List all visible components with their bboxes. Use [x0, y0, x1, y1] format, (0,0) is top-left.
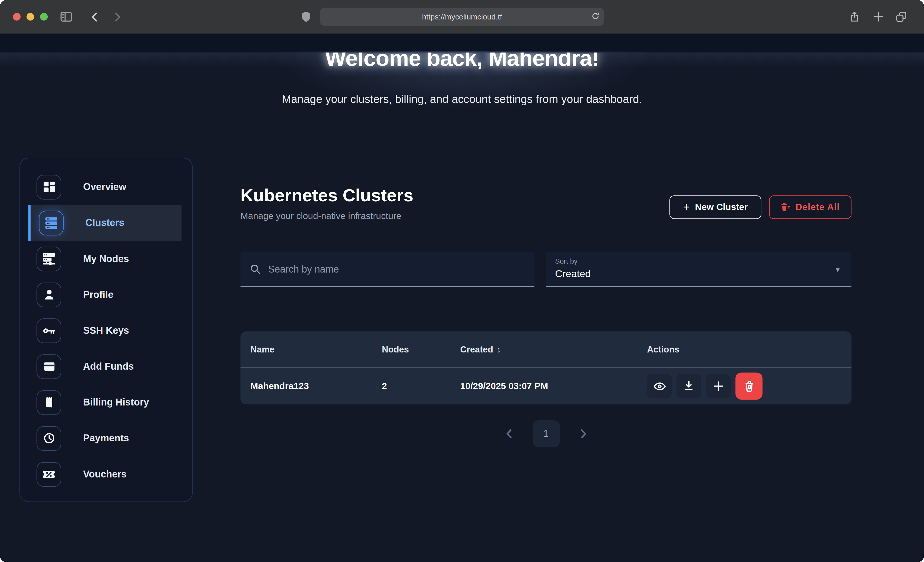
search-icon — [250, 263, 261, 275]
new-cluster-label: New Cluster — [695, 202, 748, 212]
page-number-button[interactable]: 1 — [532, 420, 560, 447]
address-url: https://myceliumcloud.tf — [422, 12, 502, 21]
pagination: 1 — [240, 420, 852, 447]
nodes-icon — [36, 247, 61, 271]
row-actions — [647, 373, 851, 400]
table-row: Mahendra123 2 10/29/2025 03:07 PM — [240, 368, 852, 404]
new-tab-icon[interactable] — [870, 9, 886, 25]
sidebar-item-billing-history[interactable]: Billing History — [28, 384, 181, 420]
zoom-window-button[interactable] — [40, 13, 48, 21]
user-icon — [36, 282, 61, 307]
plus-icon: + — [683, 201, 690, 214]
sidebar-item-clusters[interactable]: Clusters — [28, 205, 181, 241]
sort-select[interactable]: Sort by Created ▼ — [546, 252, 852, 287]
sidebar-item-label: Vouchers — [83, 468, 127, 480]
receipt-icon — [36, 390, 61, 415]
hero: Welcome back, Mahendra! — [0, 52, 924, 76]
key-icon — [36, 318, 61, 343]
sidebar-item-label: Clusters — [86, 217, 124, 229]
sidebar-item-label: Overview — [83, 181, 126, 193]
ticket-icon — [36, 462, 61, 487]
delete-all-button[interactable]: Delete All — [769, 196, 852, 219]
sidebar-nav: Overview Clusters My Nodes — [20, 158, 193, 502]
sidebar-toggle-icon[interactable] — [58, 9, 74, 25]
share-icon[interactable] — [846, 9, 863, 25]
trash-icon — [781, 202, 790, 212]
add-node-button[interactable] — [706, 374, 731, 399]
clusters-section: Kubernetes Clusters Manage your cloud-na… — [240, 185, 852, 468]
eye-icon — [653, 380, 666, 392]
sort-value: Created — [555, 268, 852, 280]
sidebar-item-my-nodes[interactable]: My Nodes — [28, 241, 181, 277]
sidebar-item-vouchers[interactable]: Vouchers — [28, 456, 181, 492]
next-page-button[interactable] — [575, 426, 591, 442]
new-cluster-button[interactable]: + New Cluster — [670, 196, 761, 219]
dashboard-icon — [36, 175, 61, 199]
close-window-button[interactable] — [13, 13, 21, 21]
sort-updown-icon: ↕ — [497, 345, 501, 354]
chevron-left-icon — [503, 429, 514, 439]
plus-icon — [712, 380, 724, 392]
download-icon — [683, 380, 695, 392]
search-box — [240, 252, 535, 287]
tab-overview-icon[interactable] — [893, 9, 909, 25]
browser-window: https://myceliumcloud.tf Welcome back, M… — [0, 0, 924, 562]
sort-label: Sort by — [555, 257, 852, 265]
trash-icon — [743, 380, 755, 392]
servers-icon — [39, 210, 64, 235]
sidebar-item-label: Add Funds — [83, 361, 134, 372]
clusters-actions: + New Cluster Delete All — [670, 196, 851, 219]
chevron-down-icon: ▼ — [834, 266, 841, 273]
clock-icon — [36, 426, 61, 451]
sidebar-item-label: Payments — [83, 433, 129, 444]
top-band — [0, 34, 924, 52]
minimize-window-button[interactable] — [26, 13, 34, 21]
column-header-nodes: Nodes — [382, 344, 460, 354]
sidebar-item-label: My Nodes — [83, 253, 129, 265]
cluster-name-cell: Mahendra123 — [250, 381, 382, 392]
browser-toolbar: https://myceliumcloud.tf — [0, 0, 924, 34]
privacy-shield-icon[interactable] — [297, 9, 314, 25]
column-header-created[interactable]: Created ↕ — [460, 344, 647, 354]
chevron-right-icon — [578, 429, 588, 439]
search-input[interactable] — [268, 263, 504, 275]
previous-page-button[interactable] — [501, 426, 517, 442]
cluster-created-cell: 10/29/2025 03:07 PM — [460, 381, 647, 392]
table-header-row: Name Nodes Created ↕ Actions — [240, 332, 852, 368]
scaled-viewport: https://myceliumcloud.tf Welcome back, M… — [0, 0, 924, 562]
created-header-label: Created — [460, 344, 493, 354]
sidebar-item-label: Profile — [83, 289, 113, 300]
window-controls — [13, 13, 48, 21]
delete-cluster-button[interactable] — [735, 373, 763, 400]
column-header-actions: Actions — [647, 344, 851, 354]
sidebar-item-label: Billing History — [83, 397, 149, 408]
sidebar-item-label: SSH Keys — [83, 325, 129, 336]
clusters-table: Name Nodes Created ↕ Actions Mahendra123… — [240, 332, 852, 405]
back-icon[interactable] — [87, 9, 103, 25]
clusters-filters: Sort by Created ▼ — [240, 252, 852, 287]
sidebar-item-overview[interactable]: Overview — [28, 169, 181, 205]
reload-icon[interactable] — [591, 12, 600, 22]
download-kubeconfig-button[interactable] — [676, 374, 701, 399]
sidebar-item-payments[interactable]: Payments — [28, 420, 181, 456]
forward-icon[interactable] — [109, 9, 125, 25]
address-bar[interactable]: https://myceliumcloud.tf — [320, 8, 604, 26]
welcome-title: Welcome back, Mahendra! — [0, 52, 924, 72]
sidebar-item-add-funds[interactable]: Add Funds — [28, 348, 181, 384]
sidebar-item-profile[interactable]: Profile — [28, 277, 181, 312]
wallet-icon — [36, 354, 61, 379]
view-cluster-button[interactable] — [647, 374, 672, 399]
welcome-subtitle: Manage your clusters, billing, and accou… — [0, 93, 924, 106]
dashboard-page: Welcome back, Mahendra! Manage your clus… — [0, 34, 924, 562]
column-header-name: Name — [250, 344, 382, 354]
cluster-nodes-cell: 2 — [382, 381, 460, 392]
sidebar-item-ssh-keys[interactable]: SSH Keys — [28, 312, 181, 348]
delete-all-label: Delete All — [795, 202, 840, 212]
